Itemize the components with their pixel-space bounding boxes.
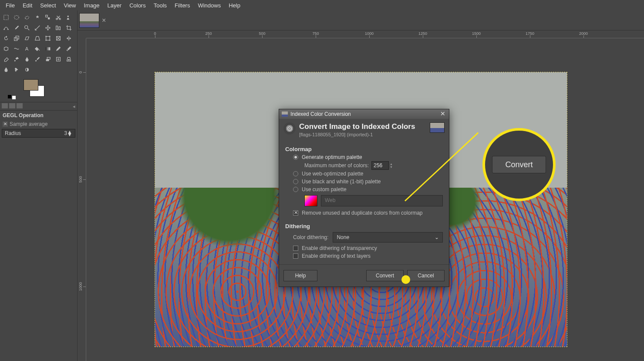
svg-point-7	[3, 29, 5, 30]
rotate-tool-icon[interactable]	[1, 34, 11, 43]
heal-tool-icon[interactable]	[54, 54, 63, 64]
fuzzy-select-tool-icon[interactable]	[33, 13, 42, 22]
color-select-tool-icon[interactable]	[43, 13, 53, 22]
image-tab-thumbnail[interactable]	[79, 13, 99, 28]
shear-tool-icon[interactable]	[22, 34, 32, 43]
radius-spinner-icon[interactable]: ▲▼	[67, 131, 72, 136]
crop-tool-icon[interactable]	[64, 23, 74, 33]
scissors-tool-icon[interactable]	[54, 13, 63, 22]
cage-tool-icon[interactable]	[1, 44, 11, 54]
airbrush-tool-icon[interactable]	[12, 54, 21, 64]
radius-input[interactable]: Radius 3 ▲▼	[2, 129, 75, 138]
radio-web-optimized[interactable]: Use web-optimized palette	[285, 170, 443, 178]
free-select-tool-icon[interactable]	[22, 13, 32, 22]
default-colors-icon[interactable]	[8, 95, 15, 100]
perspective-clone-tool-icon[interactable]	[64, 54, 74, 64]
eraser-tool-icon[interactable]	[1, 54, 11, 64]
align-tool-icon[interactable]	[54, 23, 63, 33]
menu-edit[interactable]: Edit	[19, 1, 36, 10]
sample-average-toggle[interactable]: ✕ Sample average	[0, 120, 77, 128]
ruler-v-label: 500	[78, 176, 83, 182]
checkbox-icon	[293, 210, 298, 216]
radio-generate-optimum[interactable]: Generate optimum palette	[285, 153, 443, 161]
svg-rect-22	[46, 59, 49, 61]
rect-select-tool-icon[interactable]	[1, 13, 11, 22]
menu-colors[interactable]: Colors	[125, 1, 150, 10]
radio-icon	[293, 179, 298, 184]
dock-tabs: ◂	[0, 102, 77, 111]
menu-select[interactable]: Select	[36, 1, 60, 10]
color-picker-tool-icon[interactable]	[12, 23, 21, 33]
dialog-icon	[282, 111, 288, 117]
zoom-tool-icon[interactable]	[22, 23, 32, 33]
svg-rect-25	[68, 59, 70, 61]
smudge-tool-icon[interactable]	[12, 65, 21, 74]
indexed-color-dialog: Indexed Color Conversion ✕ ⚙ Convert Ima…	[279, 109, 449, 287]
menu-filters[interactable]: Filters	[171, 1, 194, 10]
menu-windows[interactable]: Windows	[194, 1, 225, 10]
text-tool-icon[interactable]: A	[22, 44, 32, 54]
help-button[interactable]: Help	[283, 270, 317, 281]
horizontal-ruler: 025050075010001250150017502000	[86, 30, 644, 38]
tab-close-icon[interactable]: ×	[102, 17, 106, 24]
handle-transform-tool-icon[interactable]	[54, 34, 63, 43]
bucket-fill-tool-icon[interactable]	[33, 44, 42, 54]
menu-help[interactable]: Help	[225, 1, 244, 10]
dodge-tool-icon[interactable]	[22, 65, 32, 74]
dock-tab-icon[interactable]	[9, 103, 15, 108]
clone-tool-icon[interactable]	[43, 54, 53, 64]
scale-tool-icon[interactable]	[12, 34, 21, 43]
radius-label: Radius	[5, 130, 21, 136]
convert-button[interactable]: Convert	[366, 270, 404, 281]
measure-tool-icon[interactable]	[33, 23, 42, 33]
max-colors-input[interactable]: 256	[371, 161, 389, 170]
colormap-heading: Colormap	[285, 146, 443, 152]
image-tabs: ×	[78, 10, 644, 30]
flip-tool-icon[interactable]	[64, 34, 74, 43]
palette-name-field[interactable]: Web	[321, 195, 443, 206]
dock-menu-icon[interactable]: ◂	[73, 104, 75, 109]
perspective-tool-icon[interactable]	[33, 34, 42, 43]
color-swatches[interactable]	[24, 79, 50, 100]
callout-convert-button: Convert	[492, 156, 546, 173]
svg-point-16	[49, 36, 51, 37]
paintbrush-tool-icon[interactable]	[64, 44, 74, 54]
max-colors-row: Maximum number of colors: 256 ▲▼	[285, 161, 443, 170]
dialog-close-icon[interactable]: ✕	[439, 111, 446, 118]
cancel-button[interactable]: Cancel	[407, 270, 445, 281]
radio-icon	[293, 187, 298, 192]
dither-text-checkbox[interactable]: Enable dithering of text layers	[285, 252, 443, 260]
ellipse-select-tool-icon[interactable]	[12, 13, 21, 22]
pencil-tool-icon[interactable]	[54, 44, 63, 54]
svg-rect-0	[4, 15, 9, 20]
color-dithering-dropdown[interactable]: None ⌄	[333, 232, 443, 243]
radio-black-white[interactable]: Use black and white (1-bit) palette	[285, 178, 443, 186]
palette-preview-icon[interactable]	[304, 195, 317, 206]
warp-tool-icon[interactable]	[12, 44, 21, 54]
dialog-titlebar[interactable]: Indexed Color Conversion ✕	[279, 109, 449, 119]
remove-unused-checkbox[interactable]: Remove unused and duplicate colors from …	[285, 209, 443, 217]
dock-tab-icon[interactable]	[17, 103, 23, 108]
menu-view[interactable]: View	[60, 1, 80, 10]
unified-transform-tool-icon[interactable]	[43, 34, 53, 43]
ink-tool-icon[interactable]	[22, 54, 32, 64]
svg-rect-14	[46, 37, 50, 40]
svg-rect-23	[47, 57, 50, 59]
mypaint-brush-tool-icon[interactable]	[33, 54, 42, 64]
menu-file[interactable]: File	[2, 1, 19, 10]
ruler-v-label: 0	[78, 71, 83, 73]
foreground-color-icon[interactable]	[24, 79, 38, 91]
foreground-select-tool-icon[interactable]	[64, 13, 74, 22]
dithering-section: Dithering Color dithering: None ⌄ Enable…	[279, 219, 449, 262]
paths-tool-icon[interactable]	[1, 23, 11, 33]
blur-tool-icon[interactable]	[1, 65, 11, 74]
menu-tools[interactable]: Tools	[150, 1, 171, 10]
gradient-tool-icon[interactable]	[43, 44, 53, 54]
menu-image[interactable]: Image	[80, 1, 103, 10]
radio-label: Use web-optimized palette	[302, 171, 363, 177]
max-colors-spinner-icon[interactable]: ▲▼	[390, 162, 393, 169]
menu-layer[interactable]: Layer	[104, 1, 126, 10]
move-tool-icon[interactable]	[43, 23, 53, 33]
dither-transparency-checkbox[interactable]: Enable dithering of transparency	[285, 244, 443, 252]
dock-tab-icon[interactable]	[2, 103, 8, 108]
